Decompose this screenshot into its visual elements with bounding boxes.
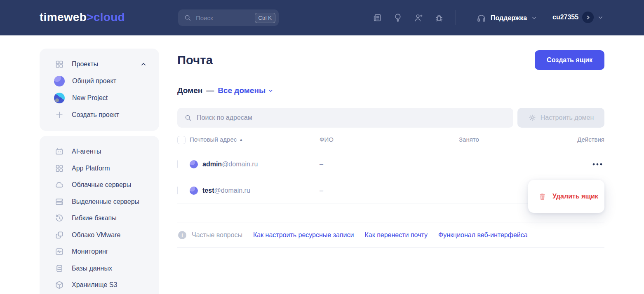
robot-icon — [54, 147, 64, 156]
domain-select-value: Все домены — [218, 86, 266, 95]
app-grid-icon — [54, 163, 64, 173]
bug-report-icon[interactable] — [434, 13, 444, 23]
faq-link-webmail-features[interactable]: Функционал веб-интерфейса — [438, 231, 528, 239]
configure-domain-label: Настроить домен — [541, 114, 594, 121]
page-title: Почта — [177, 54, 213, 67]
mailbox-address: admin@domain.ru — [202, 161, 258, 168]
column-header-used: Занято — [459, 136, 580, 143]
delete-mailbox-label[interactable]: Удалить ящик — [552, 193, 598, 200]
top-navbar: timeweb>cloud Ctrl K Поддержка cu27355 — [0, 0, 644, 35]
server-icon — [54, 197, 64, 207]
vmware-icon — [54, 230, 64, 240]
backup-restore-icon — [54, 213, 64, 223]
project-label: Общий проект — [72, 77, 116, 85]
fio-value: – — [320, 187, 459, 194]
sidebar-item-backups[interactable]: Гибкие бэкапы — [40, 210, 159, 227]
service-label: Выделенные серверы — [72, 198, 139, 205]
projects-header-label: Проекты — [72, 61, 98, 68]
row-checkbox[interactable] — [177, 160, 178, 168]
person-add-icon[interactable] — [414, 13, 423, 23]
service-label: Облако VMware — [72, 231, 120, 239]
global-search-input[interactable] — [196, 14, 251, 21]
table-header-row: Почтовый адрес ▲ ФИО Занято Действия — [177, 136, 604, 150]
sort-asc-icon: ▲ — [239, 138, 243, 142]
faq-row: i Частые вопросы Как настроить ресурсные… — [177, 222, 604, 248]
domain-label: Домен — [177, 86, 202, 95]
sidebar-item-create-project[interactable]: Создать проект — [40, 106, 159, 123]
service-label: Мониторинг — [72, 248, 108, 255]
row-checkbox[interactable] — [177, 187, 178, 194]
grid-icon — [54, 59, 64, 69]
navbar-divider — [456, 10, 456, 25]
database-icon — [54, 264, 64, 273]
logo-chevron: > — [87, 11, 94, 23]
service-label: App Platform — [72, 165, 110, 172]
logo-timeweb: timeweb — [40, 11, 87, 23]
project-avatar — [54, 76, 65, 86]
sidebar-item-app-platform[interactable]: App Platform — [40, 160, 159, 177]
sidebar-item-ai-agents[interactable]: AI-агенты — [40, 143, 159, 160]
service-label: Облачные серверы — [72, 181, 131, 189]
support-label: Поддержка — [491, 14, 527, 22]
mailbox-avatar[interactable] — [190, 187, 198, 195]
service-label: Базы данных — [72, 265, 112, 272]
lightbulb-icon[interactable] — [393, 13, 403, 23]
monitoring-icon — [54, 247, 64, 257]
chevron-down-icon[interactable] — [597, 14, 604, 21]
row-actions-menu-icon[interactable] — [592, 163, 603, 166]
sidebar-item-project-new[interactable]: New Project — [40, 89, 159, 106]
sidebar-item-project-general[interactable]: Общий проект — [40, 72, 159, 89]
sidebar-projects-header[interactable]: Проекты — [40, 56, 159, 72]
table-row-admin[interactable]: admin@domain.ru – — [177, 150, 604, 178]
cloud-icon — [54, 180, 64, 190]
sidebar-services-card: AI-агенты App Platform Облачные серверы … — [40, 136, 159, 294]
column-header-fio: ФИО — [320, 136, 459, 143]
faq-link-migrate-mail[interactable]: Как перенести почту — [364, 231, 428, 239]
global-search[interactable]: Ctrl K — [178, 9, 279, 26]
sidebar-item-dedicated-servers[interactable]: Выделенные серверы — [40, 194, 159, 210]
domain-select[interactable]: Все домены — [218, 86, 273, 95]
project-label: New Project — [72, 94, 108, 102]
headphones-icon — [476, 13, 487, 23]
search-icon — [183, 14, 192, 22]
plus-icon — [54, 110, 64, 120]
chevron-up-icon[interactable] — [140, 61, 147, 68]
shortcut-badge: Ctrl K — [255, 13, 276, 23]
column-header-actions: Действия — [580, 136, 604, 143]
mailbox-search-input[interactable] — [197, 114, 507, 121]
project-avatar — [54, 93, 65, 103]
sidebar-projects-card: Проекты Общий проект New Project Создать… — [40, 49, 159, 131]
sidebar-item-s3-storage[interactable]: Хранилище S3 — [40, 277, 159, 294]
gear-icon — [528, 114, 536, 122]
info-icon: i — [178, 231, 186, 239]
create-mailbox-button[interactable]: Создать ящик — [535, 50, 604, 70]
faq-label: Частые вопросы — [192, 231, 242, 239]
mailbox-address: test@domain.ru — [202, 187, 250, 194]
select-all-checkbox[interactable] — [177, 136, 186, 144]
trash-icon — [538, 192, 547, 201]
logo-cloud: cloud — [94, 11, 125, 23]
logo[interactable]: timeweb>cloud — [40, 11, 125, 24]
sidebar-item-cloud-servers[interactable]: Облачные серверы — [40, 177, 159, 194]
navbar-icon-group — [372, 13, 444, 23]
chevron-down-icon — [531, 15, 537, 21]
support-menu[interactable]: Поддержка — [476, 13, 537, 23]
fio-value: – — [320, 161, 459, 168]
column-header-address[interactable]: Почтовый адрес ▲ — [190, 136, 320, 143]
sidebar-item-monitoring[interactable]: Мониторинг — [40, 243, 159, 260]
sidebar-item-databases[interactable]: Базы данных — [40, 260, 159, 277]
create-project-label: Создать проект — [72, 111, 119, 119]
domain-dash: — — [206, 86, 214, 95]
chevron-down-icon — [268, 88, 273, 93]
account-expand-button[interactable] — [582, 12, 594, 23]
row-context-menu: Удалить ящик — [528, 180, 604, 213]
s3-cube-icon — [54, 280, 64, 290]
news-icon[interactable] — [372, 13, 382, 23]
service-label: Гибкие бэкапы — [72, 215, 117, 222]
faq-link-dns-records[interactable]: Как настроить ресурсные записи — [253, 231, 354, 239]
mailbox-avatar[interactable] — [190, 160, 198, 168]
account-menu[interactable]: cu27355 — [552, 12, 604, 23]
sidebar-item-vmware[interactable]: Облако VMware — [40, 227, 159, 244]
mailbox-search[interactable] — [177, 108, 513, 128]
configure-domain-button[interactable]: Настроить домен — [517, 108, 604, 128]
